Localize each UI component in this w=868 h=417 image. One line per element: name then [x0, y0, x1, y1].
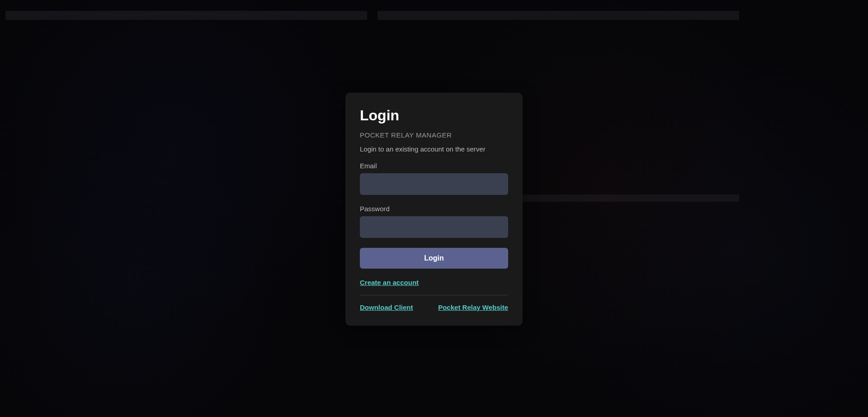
email-input[interactable]	[360, 173, 508, 195]
email-label: Email	[360, 162, 508, 170]
login-title: Login	[360, 107, 508, 124]
login-card: Login POCKET RELAY MANAGER Login to an e…	[345, 93, 523, 326]
password-input[interactable]	[360, 216, 508, 238]
footer-links: Download Client Pocket Relay Website	[360, 303, 508, 311]
login-description: Login to an existing account on the serv…	[360, 145, 508, 153]
login-subtitle: POCKET RELAY MANAGER	[360, 131, 508, 139]
divider	[360, 295, 508, 295]
login-button[interactable]: Login	[360, 248, 508, 269]
website-link[interactable]: Pocket Relay Website	[438, 303, 508, 311]
password-label: Password	[360, 205, 508, 213]
create-account-link[interactable]: Create an account	[360, 279, 419, 286]
download-client-link[interactable]: Download Client	[360, 303, 413, 311]
